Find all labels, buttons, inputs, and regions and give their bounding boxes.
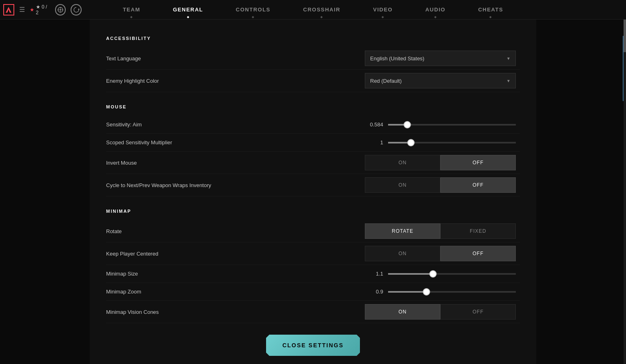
- rotate-control: Rotate Fixed: [365, 223, 520, 239]
- invert-mouse-off-btn[interactable]: Off: [440, 155, 516, 170]
- top-bar-left: ☰ ★ ★ 0 / 2: [0, 4, 82, 15]
- minimap-vision-cones-label: Minimap Vision Cones: [106, 309, 365, 315]
- right-sidebar: [536, 20, 626, 364]
- rotate-icon[interactable]: [71, 4, 82, 15]
- minimap-vision-cones-on-btn[interactable]: On: [365, 304, 440, 320]
- keep-player-centered-label: Keep Player Centered: [106, 251, 365, 257]
- right-accent-line: [623, 36, 624, 101]
- minimap-zoom-track[interactable]: [388, 291, 516, 293]
- cycle-weapon-label: Cycle to Next/Prev Weapon Wraps Inventor…: [106, 182, 365, 188]
- right-scrollbar[interactable]: [624, 20, 626, 364]
- minimap-size-value: 1.1: [365, 271, 383, 277]
- keep-player-off-btn[interactable]: Off: [440, 246, 516, 261]
- tab-general[interactable]: GENERAL: [157, 0, 220, 20]
- minimap-vision-cones-row: Minimap Vision Cones On Off: [106, 301, 520, 323]
- minimap-vision-cones-toggle-group: On Off: [365, 304, 516, 320]
- invert-mouse-label: Invert Mouse: [106, 160, 365, 166]
- minimap-vision-cones-off-btn[interactable]: Off: [440, 304, 516, 320]
- scoped-sensitivity-track[interactable]: [388, 142, 516, 143]
- keep-player-centered-toggle-group: On Off: [365, 246, 516, 261]
- minimap-zoom-slider-group: 0.9: [365, 289, 516, 295]
- minimap-size-row: Minimap Size 1.1: [106, 265, 520, 283]
- valorant-logo: [3, 4, 14, 15]
- keep-player-on-btn[interactable]: On: [365, 246, 440, 261]
- minimap-size-slider-group: 1.1: [365, 271, 516, 277]
- text-language-control: English (United States) ▼: [365, 51, 520, 66]
- enemy-highlight-color-row: Enemy Highlight Color Red (Default) ▼: [106, 70, 520, 92]
- tab-crosshair[interactable]: CROSSHAIR: [287, 0, 357, 20]
- sensitivity-aim-row: Sensitivity: Aim 0.584: [106, 116, 520, 134]
- minimap-zoom-control: 0.9: [365, 289, 520, 295]
- scoped-sensitivity-thumb: [407, 139, 415, 146]
- svg-marker-0: [6, 7, 11, 13]
- hamburger-icon[interactable]: ☰: [19, 6, 25, 13]
- scoped-sensitivity-slider-group: 1: [365, 139, 516, 146]
- sensitivity-aim-track[interactable]: [388, 124, 516, 126]
- enemy-highlight-dropdown[interactable]: Red (Default) ▼: [365, 73, 516, 88]
- minimap-zoom-row: Minimap Zoom 0.9: [106, 283, 520, 301]
- tab-controls[interactable]: CONTROLS: [220, 0, 287, 20]
- tab-audio[interactable]: AUDIO: [409, 0, 462, 20]
- tab-cheats[interactable]: CHEATS: [462, 0, 519, 20]
- cycle-weapon-row: Cycle to Next/Prev Weapon Wraps Inventor…: [106, 174, 520, 196]
- minimap-size-track[interactable]: [388, 273, 516, 275]
- sensitivity-aim-label: Sensitivity: Aim: [106, 121, 365, 128]
- left-sidebar: [0, 20, 90, 364]
- invert-mouse-row: Invert Mouse On Off: [106, 152, 520, 174]
- scoped-sensitivity-value: 1: [365, 139, 383, 146]
- minimap-vision-cones-control: On Off: [365, 304, 520, 320]
- sensitivity-aim-slider-group: 0.584: [365, 121, 516, 128]
- main-content: ACCESSIBILITY Text Language English (Uni…: [0, 20, 626, 364]
- rotate-fixed-btn[interactable]: Fixed: [440, 223, 516, 239]
- keep-player-centered-row: Keep Player Centered On Off: [106, 243, 520, 265]
- minimap-zoom-thumb: [423, 288, 430, 296]
- text-language-value: English (United States): [370, 55, 424, 62]
- tab-video[interactable]: VIDEO: [357, 0, 409, 20]
- invert-mouse-toggle-group: On Off: [365, 155, 516, 170]
- mouse-header: MOUSE: [106, 104, 520, 109]
- keep-player-centered-control: On Off: [365, 246, 520, 261]
- svg-point-2: [60, 9, 61, 11]
- cycle-weapon-on-btn[interactable]: On: [365, 177, 440, 193]
- rotate-toggle-group: Rotate Fixed: [365, 223, 516, 239]
- agent-info: ★ ★ 0 / 2: [30, 4, 50, 15]
- enemy-highlight-dropdown-arrow: ▼: [506, 79, 511, 83]
- minimap-size-fill: [388, 273, 433, 275]
- tab-team[interactable]: TEAM: [107, 0, 157, 20]
- enemy-highlight-value: Red (Default): [370, 78, 402, 84]
- cycle-weapon-toggle-group: On Off: [365, 177, 516, 193]
- svg-marker-7: [78, 8, 80, 10]
- scoped-sensitivity-control: 1: [365, 139, 520, 146]
- text-language-dropdown[interactable]: English (United States) ▼: [365, 51, 516, 66]
- rotate-rotate-btn[interactable]: Rotate: [365, 223, 440, 239]
- minimap-zoom-value: 0.9: [365, 289, 383, 295]
- text-language-row: Text Language English (United States) ▼: [106, 47, 520, 70]
- star-icon: ★: [30, 7, 34, 13]
- sensitivity-aim-thumb: [404, 121, 411, 128]
- minimap-zoom-label: Minimap Zoom: [106, 289, 365, 295]
- settings-scroll[interactable]: ACCESSIBILITY Text Language English (Uni…: [90, 32, 536, 331]
- agent-score: ★ 0 / 2: [36, 4, 50, 15]
- minimap-header: MINIMAP: [106, 209, 520, 214]
- minimap-size-label: Minimap Size: [106, 271, 365, 277]
- cycle-weapon-off-btn[interactable]: Off: [440, 177, 516, 193]
- scoped-sensitivity-row: Scoped Sensitivity Multiplier 1: [106, 134, 520, 152]
- sensitivity-aim-value: 0.584: [365, 121, 383, 128]
- top-navigation-bar: ☰ ★ ★ 0 / 2 TEAM GENERAL CONTROLS C: [0, 0, 626, 20]
- sensitivity-aim-control: 0.584: [365, 121, 520, 128]
- minimap-size-control: 1.1: [365, 271, 520, 277]
- target-icon[interactable]: [55, 4, 66, 15]
- rotate-label: Rotate: [106, 228, 365, 234]
- accessibility-header: ACCESSIBILITY: [106, 36, 520, 41]
- scoped-sensitivity-label: Scoped Sensitivity Multiplier: [106, 139, 365, 146]
- minimap-size-thumb: [429, 270, 437, 278]
- cycle-weapon-control: On Off: [365, 177, 520, 193]
- enemy-highlight-label: Enemy Highlight Color: [106, 78, 365, 84]
- text-language-dropdown-arrow: ▼: [506, 56, 511, 61]
- invert-mouse-on-btn[interactable]: On: [365, 155, 440, 170]
- rotate-row: Rotate Rotate Fixed: [106, 220, 520, 243]
- nav-tabs: TEAM GENERAL CONTROLS CROSSHAIR VIDEO AU…: [82, 0, 544, 20]
- close-settings-button[interactable]: CLOSE SETTINGS: [266, 335, 360, 356]
- invert-mouse-control: On Off: [365, 155, 520, 170]
- settings-panel: ACCESSIBILITY Text Language English (Uni…: [90, 20, 536, 364]
